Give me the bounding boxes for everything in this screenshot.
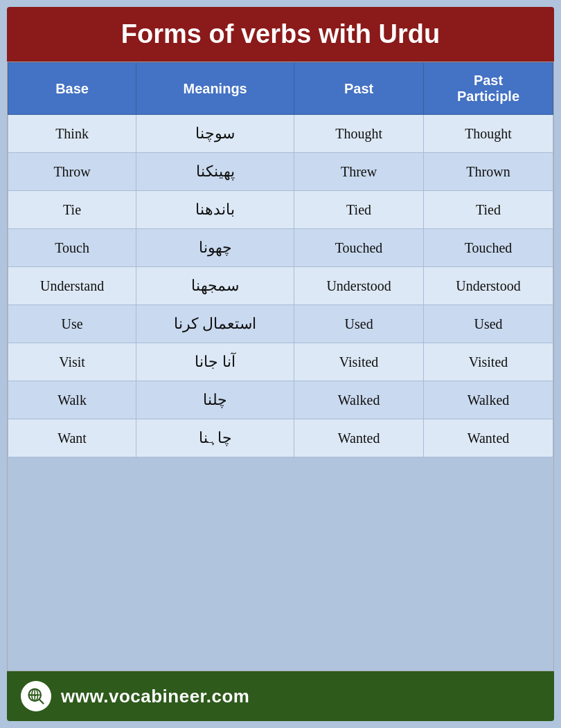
svg-text:www: www (28, 692, 39, 697)
cell-past: Threw (294, 153, 424, 191)
cell-base: Use (8, 305, 136, 343)
table-row: WantچاہناWantedWanted (8, 419, 553, 457)
svg-line-4 (39, 700, 43, 703)
cell-meanings: سوچنا (136, 115, 294, 153)
table-header-row: Base Meanings Past PastParticiple (8, 63, 553, 115)
col-header-meanings: Meanings (136, 63, 294, 115)
cell-past-participle: Used (424, 305, 553, 343)
cell-meanings: چلنا (136, 381, 294, 419)
cell-past-participle: Visited (424, 343, 553, 381)
cell-past: Visited (294, 343, 424, 381)
cell-meanings: پھینکنا (136, 153, 294, 191)
page-wrapper: Forms of verbs with Urdu Base Meanings P… (0, 0, 561, 728)
cell-past-participle: Wanted (424, 419, 553, 457)
cell-base: Tie (8, 191, 136, 229)
cell-meanings: سمجھنا (136, 267, 294, 305)
cell-meanings: آنا جانا (136, 343, 294, 381)
table-row: UnderstandسمجھناUnderstoodUnderstood (8, 267, 553, 305)
website-icon: www (21, 681, 51, 711)
col-header-past-participle: PastParticiple (424, 63, 553, 115)
table-row: TouchچھوناTouchedTouched (8, 229, 553, 267)
table-row: ThrowپھینکناThrewThrown (8, 153, 553, 191)
cell-past: Wanted (294, 419, 424, 457)
cell-past-participle: Walked (424, 381, 553, 419)
cell-past: Understood (294, 267, 424, 305)
table-row: Visitآنا جاناVisitedVisited (8, 343, 553, 381)
table-row: TieباندھناTiedTied (8, 191, 553, 229)
cell-past: Thought (294, 115, 424, 153)
cell-past-participle: Thought (424, 115, 553, 153)
cell-base: Visit (8, 343, 136, 381)
cell-base: Think (8, 115, 136, 153)
cell-past-participle: Touched (424, 229, 553, 267)
cell-base: Throw (8, 153, 136, 191)
cell-past: Touched (294, 229, 424, 267)
cell-base: Understand (8, 267, 136, 305)
table-row: WalkچلناWalkedWalked (8, 381, 553, 419)
col-header-base: Base (8, 63, 136, 115)
page-title: Forms of verbs with Urdu (21, 19, 540, 49)
title-bar: Forms of verbs with Urdu (7, 7, 554, 62)
verbs-table: Base Meanings Past PastParticiple Thinkس… (8, 62, 553, 457)
globe-search-icon: www (26, 686, 46, 706)
table-row: ThinkسوچناThoughtThought (8, 115, 553, 153)
cell-past: Walked (294, 381, 424, 419)
table-container: Base Meanings Past PastParticiple Thinkس… (7, 62, 554, 671)
cell-meanings: چھونا (136, 229, 294, 267)
cell-past-participle: Thrown (424, 153, 553, 191)
cell-base: Want (8, 419, 136, 457)
col-header-past: Past (294, 63, 424, 115)
cell-past: Used (294, 305, 424, 343)
cell-past-participle: Tied (424, 191, 553, 229)
table-row: Useاستعمال کرناUsedUsed (8, 305, 553, 343)
cell-meanings: چاہنا (136, 419, 294, 457)
cell-past-participle: Understood (424, 267, 553, 305)
cell-past: Tied (294, 191, 424, 229)
cell-base: Walk (8, 381, 136, 419)
cell-meanings: باندھنا (136, 191, 294, 229)
cell-meanings: استعمال کرنا (136, 305, 294, 343)
footer-url: www.vocabineer.com (61, 686, 249, 707)
cell-base: Touch (8, 229, 136, 267)
footer-bar: www www.vocabineer.com (7, 671, 554, 721)
